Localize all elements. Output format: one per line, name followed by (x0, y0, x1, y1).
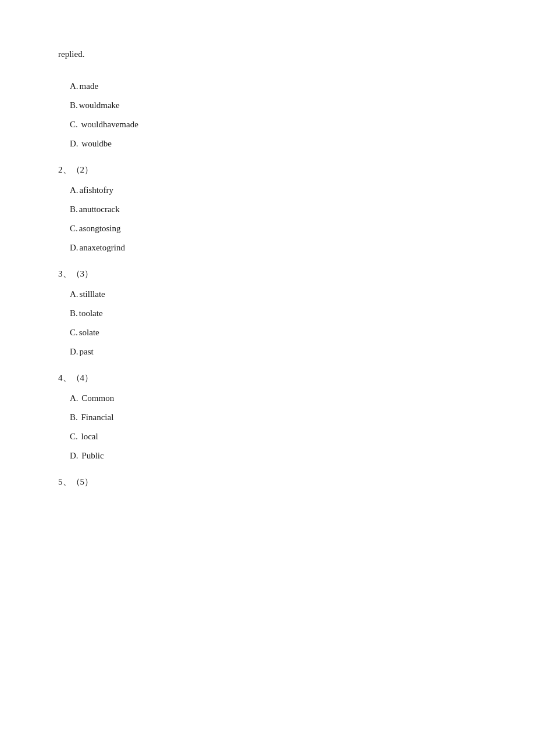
q2-text-c: asongtosing (79, 224, 121, 233)
q1-text-a: made (80, 81, 98, 91)
q1-label-b: B. (70, 101, 78, 110)
q2-option-b: B.anuttocrack (58, 202, 500, 217)
q4-text-d: Public (80, 451, 104, 460)
q3-number: 3、（3） (58, 266, 500, 282)
q4-text-a: Common (80, 393, 115, 403)
q2-option-a: A.afishtofry (58, 182, 500, 198)
question-2-block: 2、（2） A.afishtofry B.anuttocrack C.asong… (58, 162, 500, 256)
q2-text-d: anaxetogrind (80, 243, 125, 252)
q2-label-d: D. (70, 243, 79, 252)
q4-text-c: local (79, 432, 98, 441)
q2-label-a: A. (70, 185, 79, 195)
q3-text-c: solate (79, 328, 99, 337)
q2-text-a: afishtofry (80, 185, 113, 195)
q3-option-b: B.toolate (58, 306, 500, 321)
q3-label-b: B. (70, 309, 78, 318)
q1-text-c: wouldhavemade (79, 120, 138, 129)
q1-option-b: B.wouldmake (58, 98, 500, 113)
question-5-block: 5、（5） (58, 474, 500, 490)
q1-label-c: C. (70, 120, 78, 129)
q1-text-b: wouldmake (79, 101, 120, 110)
q4-option-c: C. local (58, 429, 500, 445)
q1-label-d: D. (70, 139, 79, 148)
q4-text-b: Financial (79, 413, 114, 422)
q3-label-d: D. (70, 347, 79, 356)
q3-label-c: C. (70, 328, 78, 337)
q2-text-b: anuttocrack (79, 205, 120, 214)
q3-option-c: C.solate (58, 325, 500, 341)
q1-option-a: A.made (58, 78, 500, 94)
q3-option-d: D.past (58, 344, 500, 360)
q4-option-b: B. Financial (58, 410, 500, 425)
intro-text: replied. (58, 46, 500, 62)
q4-number: 4、（4） (58, 370, 500, 386)
q3-option-a: A.stilllate (58, 286, 500, 302)
q3-text-b: toolate (79, 309, 103, 318)
q3-label-a: A. (70, 289, 79, 299)
q2-option-d: D.anaxetogrind (58, 240, 500, 256)
q1-label-a: A. (70, 81, 79, 91)
q4-label-c: C. (70, 432, 78, 441)
q2-label-b: B. (70, 205, 78, 214)
q2-number: 2、（2） (58, 162, 500, 178)
q4-label-b: B. (70, 413, 78, 422)
q3-text-a: stilllate (80, 289, 105, 299)
q1-option-d: D. wouldbe (58, 136, 500, 152)
q3-text-d: past (80, 347, 94, 356)
question-4-block: 4、（4） A. Common B. Financial C. local D.… (58, 370, 500, 464)
q5-number: 5、（5） (58, 474, 500, 490)
q1-text-d: wouldbe (80, 139, 112, 148)
q1-option-c: C. wouldhavemade (58, 117, 500, 132)
q4-option-d: D. Public (58, 448, 500, 464)
q2-option-c: C.asongtosing (58, 221, 500, 237)
q4-label-d: D. (70, 451, 79, 460)
q4-option-a: A. Common (58, 390, 500, 406)
question-1-block: A.made B.wouldmake C. wouldhavemade D. w… (58, 78, 500, 152)
question-3-block: 3、（3） A.stilllate B.toolate C.solate D.p… (58, 266, 500, 360)
q2-label-c: C. (70, 224, 78, 233)
q4-label-a: A. (70, 393, 79, 403)
